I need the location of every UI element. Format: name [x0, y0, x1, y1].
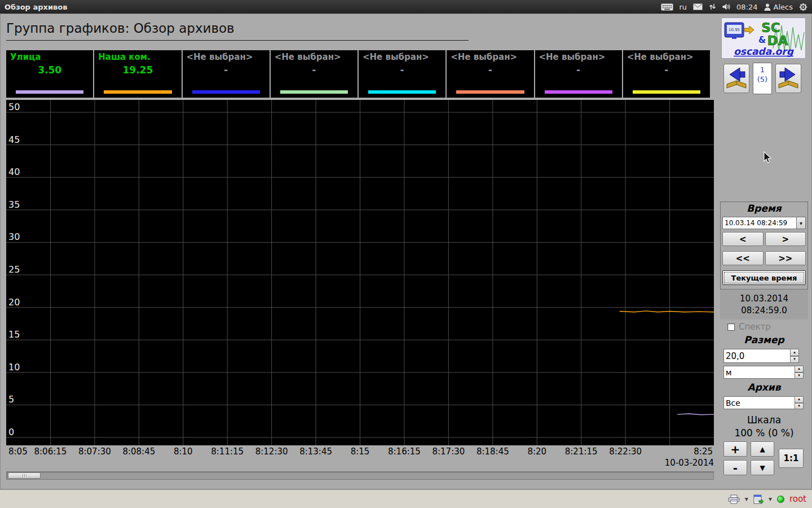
x-axis: 8:058:06:158:07:308:08:458:108:11:158:12… — [6, 446, 714, 458]
clock[interactable]: 08:24 — [736, 3, 757, 11]
scale-label: Шкала — [720, 414, 808, 426]
pan-down-button[interactable]: ▼ — [751, 460, 774, 475]
legend-item-0[interactable]: Улица3.50 — [6, 50, 93, 98]
zoom-out-button[interactable]: - — [723, 460, 747, 475]
archive-up-icon[interactable]: ▴ — [795, 396, 804, 403]
y-tick-label: 0 — [8, 427, 14, 437]
legend: Улица3.50Наша ком.19.25<Не выбран>-<Не в… — [6, 50, 710, 98]
time-step-back-button[interactable]: < — [722, 232, 764, 246]
legend-item-4[interactable]: <Не выбран>- — [359, 50, 445, 98]
archive-combobox[interactable]: Все ▴ ▾ — [723, 396, 804, 409]
y-tick-label: 15 — [8, 329, 20, 340]
legend-item-name: Наша ком. — [98, 52, 177, 62]
status-led-icon — [777, 496, 784, 503]
legend-item-color-bar — [280, 90, 348, 94]
size-unit-up-icon[interactable]: ▴ — [795, 366, 804, 373]
time-scrollbar[interactable] — [6, 471, 714, 480]
trend-chart[interactable]: 05101520253035404550 — [6, 100, 714, 445]
x-tick-label: 8:08:45 — [122, 446, 155, 457]
volume-icon[interactable] — [722, 3, 730, 10]
next-page-icon — [777, 66, 800, 91]
size-spinbox[interactable]: 20,0 ▴ ▾ — [723, 349, 799, 363]
datetime-display: 10.03.2014 08:24:59.0 — [720, 290, 808, 319]
scrollbar-handle[interactable] — [8, 472, 41, 479]
scale-1-1-button[interactable]: 1:1 — [779, 449, 804, 468]
prev-page-icon — [725, 66, 748, 91]
logo-version: 10.95 — [729, 28, 740, 32]
legend-item-color-bar — [545, 90, 612, 94]
legend-item-value: - — [187, 64, 266, 76]
datetime-display-date: 10.03.2014 — [720, 293, 808, 305]
export-dropdown-arrow-icon[interactable]: ▾ — [769, 495, 772, 503]
legend-item-name: <Не выбран> — [275, 52, 354, 62]
window-title: Обзор архивов — [5, 3, 67, 11]
next-page-button[interactable] — [775, 64, 801, 93]
size-spin-down-icon[interactable]: ▾ — [790, 356, 799, 364]
legend-item-name: <Не выбран> — [627, 52, 706, 62]
spectrum-checkbox[interactable] — [727, 323, 735, 331]
legend-item-7[interactable]: <Не выбран>- — [623, 50, 710, 98]
x-tick-label: 8:25 — [694, 446, 713, 457]
legend-item-3[interactable]: <Не выбран>- — [271, 50, 358, 98]
user-menu[interactable]: Alecs — [764, 3, 793, 11]
legend-item-value: 19.25 — [98, 64, 177, 76]
updates-arrows-icon[interactable] — [709, 3, 716, 10]
keyboard-icon[interactable] — [661, 3, 673, 11]
size-label: Размер — [720, 334, 808, 345]
x-tick-label: 8:17:30 — [432, 446, 465, 457]
time-panel: Время 10.03.14 08:24:59 ▾ < > << >> Теку… — [720, 202, 808, 290]
time-combobox-value[interactable]: 10.03.14 08:24:59 — [722, 217, 796, 229]
time-jump-forward-button[interactable]: >> — [765, 251, 806, 265]
archive-value[interactable]: Все — [723, 396, 795, 409]
legend-item-5[interactable]: <Не выбран>- — [447, 50, 533, 98]
trend-plot: 05101520253035404550 — [6, 100, 714, 445]
x-tick-label: 8:07:30 — [78, 446, 111, 457]
x-tick-label: 8:21:15 — [565, 446, 598, 457]
legend-item-6[interactable]: <Не выбран>- — [535, 50, 622, 98]
legend-item-name: <Не выбран> — [539, 52, 618, 62]
print-icon[interactable] — [728, 494, 740, 504]
x-tick-label: 8:15 — [351, 446, 370, 457]
language-indicator[interactable]: ru — [679, 3, 687, 11]
y-tick-label: 5 — [8, 394, 14, 405]
datetime-display-time: 08:24:59.0 — [720, 305, 808, 317]
size-spin-up-icon[interactable]: ▴ — [790, 349, 799, 356]
legend-item-value: - — [627, 64, 706, 76]
print-dropdown-arrow-icon[interactable]: ▾ — [745, 495, 748, 503]
export-icon[interactable] — [753, 494, 764, 504]
size-unit-value[interactable]: м — [723, 366, 795, 379]
time-combobox-arrow-icon[interactable]: ▾ — [796, 217, 806, 229]
legend-item-1[interactable]: Наша ком.19.25 — [94, 50, 181, 98]
mouse-cursor — [764, 151, 773, 164]
page-indicator[interactable]: 1 (5) — [753, 63, 772, 94]
time-step-forward-button[interactable]: > — [765, 232, 806, 246]
mail-icon[interactable] — [693, 3, 703, 10]
size-value[interactable]: 20,0 — [723, 349, 790, 363]
archive-down-icon[interactable]: ▾ — [795, 403, 804, 410]
legend-item-color-bar — [16, 90, 83, 94]
page-number: 1 — [760, 65, 765, 74]
logo-site: oscada.org — [734, 46, 795, 57]
legend-item-color-bar — [633, 90, 700, 94]
zoom-in-button[interactable]: + — [723, 441, 747, 457]
current-time-button[interactable]: Текущее время — [722, 270, 806, 285]
x-tick-label: 8:10 — [174, 446, 193, 457]
x-tick-label: 8:22:30 — [609, 446, 642, 457]
pan-up-button[interactable]: ▲ — [751, 441, 774, 457]
size-unit-combobox[interactable]: м ▴ ▾ — [723, 366, 804, 379]
y-tick-label: 50 — [8, 102, 20, 112]
trend-series-1 — [677, 414, 714, 415]
spectrum-label: Спектр — [739, 322, 771, 332]
size-unit-down-icon[interactable]: ▾ — [795, 373, 804, 379]
time-combobox[interactable]: 10.03.14 08:24:59 ▾ — [722, 217, 806, 229]
prev-page-button[interactable] — [723, 64, 749, 93]
page-title: Группа графиков: Обзор архивов — [6, 21, 469, 41]
current-user[interactable]: root — [789, 494, 806, 504]
legend-item-color-bar — [456, 90, 524, 94]
legend-item-2[interactable]: <Не выбран>- — [183, 50, 270, 98]
legend-item-value: 3.50 — [10, 64, 89, 76]
time-jump-back-button[interactable]: << — [722, 251, 764, 265]
archive-label: Архив — [720, 382, 808, 393]
gear-icon[interactable] — [799, 3, 807, 11]
y-tick-label: 40 — [8, 167, 20, 177]
